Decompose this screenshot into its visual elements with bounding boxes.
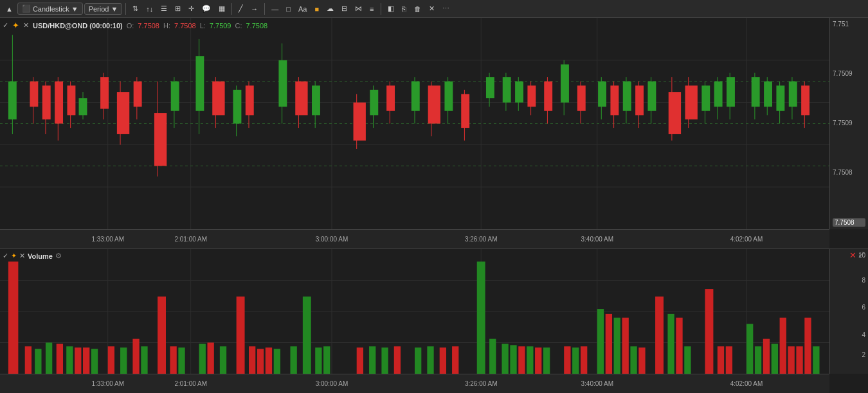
grid2-button[interactable]: ⊟: [338, 3, 350, 14]
x-label-4: 3:26:00 AM: [465, 236, 498, 243]
svg-rect-20: [55, 82, 63, 124]
resize-handle-icon[interactable]: ⤢: [858, 249, 865, 259]
compare-button[interactable]: ⇅: [129, 3, 141, 14]
svg-rect-158: [535, 347, 541, 374]
text-button[interactable]: Aa: [295, 4, 310, 14]
svg-rect-129: [158, 297, 166, 374]
grid-button[interactable]: ⊞: [172, 3, 184, 14]
svg-rect-175: [726, 346, 732, 374]
price-chart[interactable]: ✓ ✦ ✕ USD/HKD@OND (00:00:10) O: 7.7508 H…: [0, 18, 868, 249]
share-button[interactable]: ⋈: [352, 3, 365, 14]
hline-button[interactable]: —: [268, 4, 282, 14]
close-toolbar-button[interactable]: ✕: [426, 3, 438, 14]
toolbar: ▲ ⬛ Candlestick ▼ Period ▼ ⇅ ↑↓ ☰ ⊞ ✛ 💬 …: [0, 0, 868, 18]
svg-rect-143: [323, 346, 330, 374]
arrow-tool-button[interactable]: →: [248, 4, 261, 14]
svg-rect-142: [315, 347, 321, 374]
svg-rect-88: [669, 92, 681, 134]
svg-rect-131: [178, 347, 185, 374]
price-y-axis: 7.751 7.7509 7.7509 7.7508 7.7508: [829, 18, 868, 229]
svg-rect-184: [813, 346, 819, 374]
svg-rect-156: [518, 346, 525, 374]
svg-rect-56: [411, 82, 420, 111]
period-dropdown[interactable]: Period ▼: [84, 3, 123, 15]
svg-rect-84: [635, 85, 644, 115]
chat-button[interactable]: 💬: [199, 3, 214, 14]
plus-button[interactable]: ✛: [185, 3, 197, 14]
line-tool-button[interactable]: ╱: [235, 3, 246, 14]
settings-star-icon[interactable]: ✦: [12, 21, 19, 30]
vol-x-label-2: 2:01:00 AM: [174, 380, 207, 387]
svg-rect-28: [117, 92, 129, 134]
copy-button[interactable]: ⎘: [399, 4, 410, 14]
svg-rect-179: [772, 344, 778, 374]
h-label: H:: [163, 22, 170, 30]
svg-rect-139: [274, 349, 280, 374]
svg-rect-86: [647, 82, 656, 111]
svg-rect-148: [415, 347, 421, 374]
svg-rect-78: [598, 82, 606, 107]
svg-rect-100: [764, 82, 772, 107]
svg-rect-159: [543, 347, 550, 374]
svg-rect-174: [718, 346, 724, 374]
color-button[interactable]: ■: [311, 4, 322, 14]
svg-rect-133: [208, 343, 214, 374]
chevron-down-icon: ▼: [71, 5, 78, 13]
l-value: 7.7509: [210, 22, 231, 30]
price-chart-svg: [0, 18, 829, 229]
svg-rect-160: [564, 346, 570, 374]
y-label-1: 7.751: [833, 21, 865, 28]
period-chevron-icon: ▼: [111, 5, 118, 13]
svg-rect-98: [752, 77, 760, 107]
svg-rect-34: [171, 82, 179, 111]
svg-rect-54: [386, 85, 395, 110]
x-label-3: 3:00:00 AM: [316, 236, 348, 243]
svg-rect-50: [354, 103, 366, 141]
svg-rect-153: [489, 339, 496, 374]
svg-rect-182: [796, 346, 802, 374]
fill-button[interactable]: ◧: [384, 3, 397, 14]
svg-rect-138: [266, 347, 272, 374]
c-label: C:: [235, 22, 242, 30]
rect-button[interactable]: □: [283, 4, 294, 14]
indicators-button[interactable]: ↑↓: [143, 4, 156, 14]
svg-rect-145: [369, 346, 375, 374]
chart-close-icon[interactable]: ✕: [23, 21, 29, 30]
vol-close-icon[interactable]: ✕: [19, 252, 25, 260]
y-label-4: 7.7508: [833, 169, 865, 176]
svg-rect-120: [57, 344, 63, 374]
arrow-up-button[interactable]: ▲: [3, 4, 16, 14]
svg-rect-180: [780, 318, 786, 374]
delete-button[interactable]: 🗑: [411, 4, 424, 14]
volume-chart[interactable]: ⤢ ✕ ✓ ✦ ✕ Volume ⚙: [0, 249, 868, 393]
vol-star-icon[interactable]: ✦: [11, 252, 17, 260]
svg-rect-26: [100, 77, 109, 109]
svg-rect-90: [685, 85, 698, 119]
shape-button[interactable]: ☁: [323, 3, 337, 14]
svg-rect-135: [237, 297, 245, 374]
svg-rect-60: [444, 82, 453, 111]
list2-button[interactable]: ≡: [366, 4, 377, 14]
svg-rect-102: [776, 85, 784, 110]
chart-type-dropdown[interactable]: ⬛ Candlestick ▼: [17, 3, 83, 15]
x-label-5: 3:40:00 AM: [581, 236, 614, 243]
x-label-2: 2:01:00 AM: [174, 236, 207, 243]
volume-close-icon[interactable]: ✕: [849, 250, 856, 260]
volume-settings-icon[interactable]: ⚙: [55, 252, 62, 260]
vol-y-label-6: 6: [862, 304, 865, 311]
svg-rect-149: [427, 346, 433, 374]
svg-rect-141: [303, 297, 311, 374]
vol-check-icon: ✓: [3, 252, 8, 260]
x-label-1: 1:33:00 AM: [91, 236, 124, 243]
svg-rect-124: [91, 349, 98, 374]
svg-rect-178: [763, 339, 770, 374]
volume-label: Volume: [28, 252, 53, 260]
more-button[interactable]: ⋯: [439, 3, 453, 14]
svg-rect-183: [804, 318, 811, 374]
svg-rect-152: [477, 261, 485, 374]
list-button[interactable]: ☰: [158, 3, 170, 14]
svg-rect-134: [220, 346, 226, 374]
svg-rect-44: [278, 60, 287, 107]
bar-button[interactable]: ▦: [215, 3, 228, 14]
svg-rect-128: [141, 346, 147, 374]
